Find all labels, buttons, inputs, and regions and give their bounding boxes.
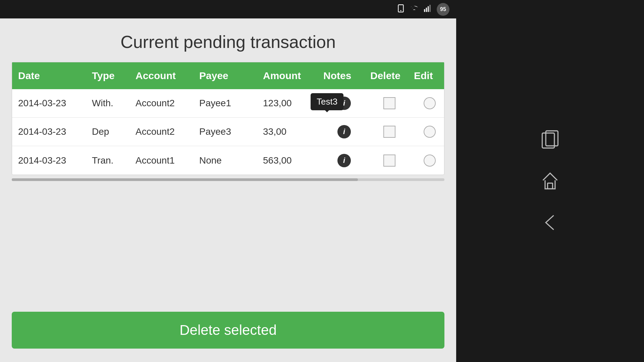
table-row: 2014-03-23 With. Account2 Payee1 123,00 … (12, 89, 444, 118)
header-delete: Delete (368, 70, 411, 81)
row2-edit-cell (411, 126, 448, 138)
row1-notes-cell: i Test3 (321, 97, 368, 110)
header-notes: Notes (321, 70, 368, 81)
row3-edit-cell (411, 155, 448, 167)
row3-info-button[interactable]: i (337, 154, 351, 167)
row3-type: Tran. (89, 155, 133, 166)
row3-delete-cell (368, 155, 411, 167)
recent-apps-icon[interactable] (539, 129, 561, 150)
row2-delete-checkbox[interactable] (383, 126, 395, 138)
side-panel (456, 0, 644, 362)
header-date: Date (15, 70, 89, 81)
table-row: 2014-03-23 Dep Account2 Payee3 33,00 i (12, 118, 444, 146)
row1-delete-checkbox[interactable] (383, 97, 395, 109)
header-account: Account (133, 70, 197, 81)
signal-icon (423, 4, 432, 14)
table-header: Date Type Account Payee Amount Notes Del… (12, 62, 444, 89)
row3-notes-cell: i (321, 154, 368, 167)
row2-date: 2014-03-23 (15, 126, 89, 137)
scrollbar-thumb[interactable] (12, 178, 358, 181)
header-edit: Edit (411, 70, 448, 81)
wifi-icon (410, 4, 419, 14)
row3-amount: 563,00 (260, 155, 321, 166)
row1-delete-cell (368, 97, 411, 109)
row2-info-button[interactable]: i (337, 125, 351, 138)
row2-notes-cell: i (321, 125, 368, 138)
main-screen: 95 Current pending transaction Date Type… (0, 0, 456, 362)
row1-type: With. (89, 98, 133, 109)
back-icon[interactable] (539, 212, 561, 233)
scrollbar-area[interactable] (12, 178, 444, 181)
transactions-table: Date Type Account Payee Amount Notes Del… (12, 62, 444, 175)
row3-payee: None (197, 155, 260, 166)
svg-rect-2 (424, 9, 425, 12)
row1-payee: Payee1 (197, 98, 260, 109)
row2-edit-radio[interactable] (424, 126, 436, 138)
info-icon: i (343, 127, 345, 136)
phone-icon (396, 4, 405, 14)
row3-edit-radio[interactable] (424, 155, 436, 167)
row2-delete-cell (368, 126, 411, 138)
info-icon: i (343, 156, 345, 165)
header-amount: Amount (260, 70, 321, 81)
tooltip-test3: Test3 (311, 93, 343, 110)
row2-amount: 33,00 (260, 126, 321, 137)
row3-date: 2014-03-23 (15, 155, 89, 166)
header-type: Type (89, 70, 133, 81)
nav-buttons (539, 129, 561, 233)
row2-payee: Payee3 (197, 126, 260, 137)
header-payee: Payee (197, 70, 260, 81)
page-title: Current pending transaction (120, 32, 336, 52)
row2-account: Account2 (133, 126, 197, 137)
row1-account: Account2 (133, 98, 197, 109)
svg-rect-8 (548, 183, 553, 189)
table-row: 2014-03-23 Tran. Account1 None 563,00 i (12, 146, 444, 175)
home-icon[interactable] (539, 170, 561, 192)
row3-delete-checkbox[interactable] (383, 155, 395, 167)
battery-indicator: 95 (437, 3, 449, 16)
row1-date: 2014-03-23 (15, 98, 89, 109)
svg-rect-5 (429, 5, 430, 12)
delete-selected-button[interactable]: Delete selected (12, 312, 444, 349)
svg-rect-4 (428, 6, 429, 12)
row3-account: Account1 (133, 155, 197, 166)
row2-type: Dep (89, 126, 133, 137)
row1-edit-radio[interactable] (424, 97, 436, 109)
row1-edit-cell (411, 97, 448, 109)
status-bar: 95 (0, 0, 456, 18)
svg-rect-3 (426, 8, 427, 12)
